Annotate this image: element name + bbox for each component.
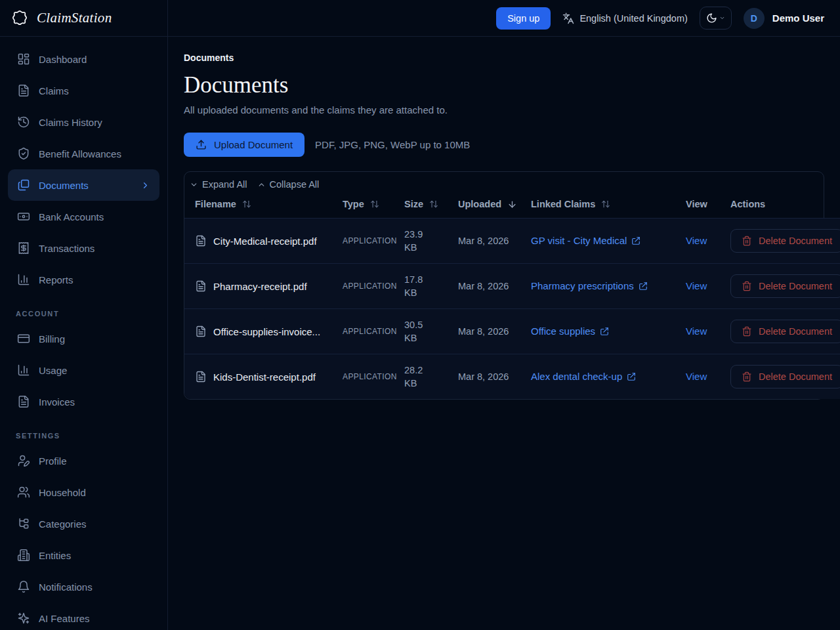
receipt-icon (17, 242, 30, 255)
trash-icon (742, 281, 752, 291)
filename: Kids-Dentist-receipt.pdf (213, 371, 316, 383)
filename: Office-supplies-invoice... (213, 326, 320, 337)
sidebar-item-label: Bank Accounts (39, 211, 104, 222)
page-subtitle: All uploaded documents and the claims th… (184, 104, 840, 116)
column-header-type[interactable]: Type (343, 199, 404, 209)
documents-icon (17, 178, 30, 192)
page-title: Documents (184, 72, 840, 98)
column-header-linked-claims[interactable]: Linked Claims (531, 199, 686, 209)
file-text-icon (17, 84, 30, 97)
brand-name: ClaimStation (37, 10, 112, 26)
delete-document-button[interactable]: Delete Document (730, 320, 840, 343)
sidebar-item-notifications[interactable]: Notifications (8, 571, 159, 602)
sidebar-item-ai-features[interactable]: AI Features (8, 602, 159, 630)
bar-chart-icon (17, 273, 30, 286)
column-header-filename[interactable]: Filename (195, 199, 343, 209)
sidebar-item-label: Dashboard (39, 54, 87, 65)
sidebar-item-label: Profile (39, 455, 67, 467)
sidebar-item-label: Household (39, 487, 86, 498)
view-link[interactable]: View (686, 235, 707, 246)
external-link-icon (627, 372, 636, 381)
linked-claim-link[interactable]: GP visit - City Medical (531, 235, 640, 246)
building-icon (17, 549, 30, 562)
sidebar-item-label: Invoices (39, 396, 75, 408)
sidebar-item-usage[interactable]: Usage (8, 354, 159, 386)
delete-document-button[interactable]: Delete Document (730, 274, 840, 298)
sign-up-button[interactable]: Sign up (496, 7, 551, 30)
sidebar-section-settings: SETTINGS (8, 417, 159, 445)
chevron-down-icon (719, 15, 725, 21)
linked-claim-link[interactable]: Pharmacy prescriptions (531, 280, 648, 291)
sort-updown-icon (601, 200, 610, 209)
languages-icon (562, 12, 574, 24)
delete-document-button[interactable]: Delete Document (730, 365, 840, 388)
file-icon (195, 280, 207, 292)
sidebar-item-billing[interactable]: Billing (8, 323, 159, 354)
external-link-icon (631, 236, 640, 245)
sidebar-item-categories[interactable]: Categories (8, 508, 159, 539)
linked-claim-link[interactable]: Office supplies (531, 326, 609, 337)
expand-all-button[interactable]: Expand All (190, 179, 247, 190)
bar-chart-icon (17, 364, 30, 377)
column-header-uploaded[interactable]: Uploaded (458, 199, 531, 209)
sidebar-item-documents[interactable]: Documents (8, 169, 159, 201)
sidebar-item-reports[interactable]: Reports (8, 264, 159, 295)
table-row: Kids-Dentist-receipt.pdf APPLICATION 28.… (184, 354, 840, 399)
sidebar-item-household[interactable]: Household (8, 476, 159, 508)
sidebar: Dashboard Claims Claims History Benefit … (0, 37, 168, 630)
trash-icon (742, 371, 752, 382)
user-menu[interactable]: D Demo User (744, 8, 824, 29)
file-icon (195, 371, 207, 383)
file-size: 28.2 KB (404, 364, 437, 390)
upload-button-label: Upload Document (214, 139, 293, 150)
sidebar-item-label: Claims (39, 85, 69, 96)
sidebar-item-benefit-allowances[interactable]: Benefit Allowances (8, 138, 159, 169)
view-link[interactable]: View (686, 326, 707, 337)
file-type: APPLICATION (343, 236, 404, 245)
file-type: APPLICATION (343, 327, 404, 336)
sidebar-item-claims-history[interactable]: Claims History (8, 106, 159, 138)
uploaded-date: Mar 8, 2026 (458, 326, 531, 337)
external-link-icon (639, 282, 648, 291)
language-selector[interactable]: English (United Kingdom) (562, 12, 687, 24)
column-header-size[interactable]: Size (404, 199, 458, 209)
uploaded-date: Mar 8, 2026 (458, 371, 531, 382)
documents-table-card: Expand All Collapse All Filename Type (184, 171, 824, 400)
sidebar-item-bank-accounts[interactable]: Bank Accounts (8, 201, 159, 232)
delete-document-button[interactable]: Delete Document (730, 229, 840, 253)
sidebar-item-profile[interactable]: Profile (8, 445, 159, 476)
banknote-icon (17, 210, 30, 223)
theme-toggle-button[interactable] (700, 7, 732, 30)
chevron-down-icon (190, 180, 198, 189)
sidebar-item-dashboard[interactable]: Dashboard (8, 43, 159, 75)
sidebar-item-claims[interactable]: Claims (8, 75, 159, 106)
sidebar-item-label: Documents (39, 180, 89, 191)
trash-icon (742, 326, 752, 337)
breadcrumb: Documents (184, 52, 840, 63)
file-type: APPLICATION (343, 372, 404, 381)
sort-updown-icon (429, 200, 438, 209)
file-type: APPLICATION (343, 282, 404, 291)
linked-claim-link[interactable]: Alex dental check-up (531, 371, 636, 382)
credit-card-icon (17, 332, 30, 345)
trash-icon (742, 236, 752, 246)
tree-icon (17, 517, 30, 530)
claimstation-logo-icon (10, 9, 29, 28)
view-link[interactable]: View (686, 280, 707, 291)
upload-hint: PDF, JPG, PNG, WebP up to 10MB (315, 139, 470, 150)
sidebar-item-invoices[interactable]: Invoices (8, 386, 159, 417)
chevron-up-icon (257, 180, 266, 189)
sidebar-item-entities[interactable]: Entities (8, 539, 159, 571)
upload-document-button[interactable]: Upload Document (184, 133, 304, 157)
documents-table: Filename Type Size Uploaded (184, 190, 840, 399)
view-link[interactable]: View (686, 371, 707, 382)
claimstation-logo[interactable]: ClaimStation (0, 0, 168, 37)
file-text-icon (17, 395, 30, 408)
file-size: 17.8 KB (404, 273, 437, 300)
user-name: Demo User (772, 12, 824, 24)
avatar: D (744, 8, 765, 29)
shield-check-icon (17, 147, 30, 160)
upload-row: Upload Document PDF, JPG, PNG, WebP up t… (184, 133, 840, 157)
collapse-all-button[interactable]: Collapse All (257, 179, 320, 190)
sidebar-item-transactions[interactable]: Transactions (8, 232, 159, 264)
